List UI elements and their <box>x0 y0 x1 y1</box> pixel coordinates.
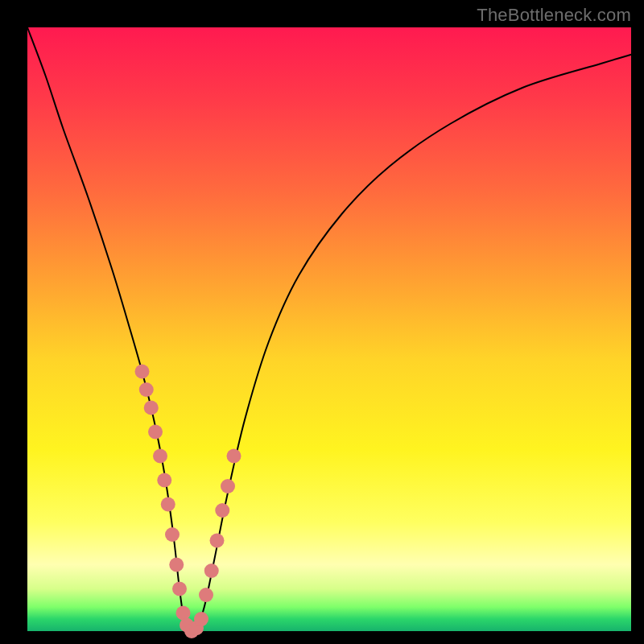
marker-dot <box>144 401 159 415</box>
marker-dot <box>157 473 171 488</box>
marker-dot <box>215 503 229 518</box>
marker-dot <box>227 449 242 464</box>
marker-dot <box>172 582 187 597</box>
marker-dot <box>165 527 180 542</box>
chart-svg <box>27 27 631 631</box>
plot-area <box>27 27 631 631</box>
watermark-text: TheBottleneck.com <box>477 5 631 26</box>
marker-dot <box>221 479 235 493</box>
marker-dot <box>194 612 208 626</box>
marker-dot <box>135 365 150 379</box>
marker-dot <box>204 564 219 578</box>
chart-frame: TheBottleneck.com <box>0 0 644 644</box>
marker-dot <box>169 558 184 572</box>
marker-dot <box>153 449 167 464</box>
marker-dot <box>148 425 163 440</box>
marker-dot <box>199 588 213 602</box>
marker-dot <box>210 534 225 548</box>
marker-dot <box>161 497 175 512</box>
bottleneck-curve <box>27 27 631 631</box>
marker-dot <box>139 382 154 397</box>
curve-path <box>27 27 631 631</box>
